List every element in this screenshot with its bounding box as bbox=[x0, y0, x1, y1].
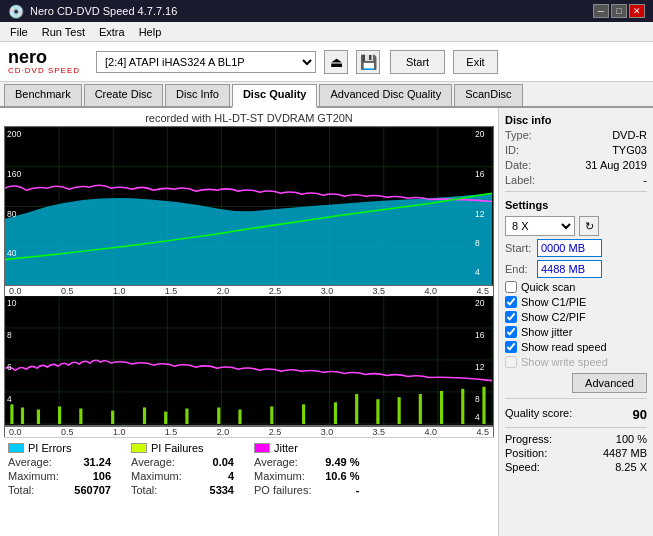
start-row: Start: bbox=[505, 239, 647, 257]
svg-rect-57 bbox=[440, 391, 443, 424]
menu-extra[interactable]: Extra bbox=[93, 24, 131, 40]
maximize-button[interactable]: □ bbox=[611, 4, 627, 18]
show-write-speed-checkbox[interactable] bbox=[505, 356, 517, 368]
position-row: Position: 4487 MB bbox=[505, 447, 647, 459]
progress-row: Progress: 100 % bbox=[505, 433, 647, 445]
title-bar-left: 💿 Nero CD-DVD Speed 4.7.7.16 bbox=[8, 4, 177, 19]
svg-text:6: 6 bbox=[7, 362, 12, 372]
speed-label2: Speed: bbox=[505, 461, 540, 473]
speed-select[interactable]: 8 X bbox=[505, 216, 575, 236]
end-input[interactable] bbox=[537, 260, 602, 278]
pi-failures-max: 4 bbox=[194, 470, 234, 482]
pi-failures-total: 5334 bbox=[194, 484, 234, 496]
svg-rect-54 bbox=[376, 399, 379, 424]
save-button[interactable]: 💾 bbox=[356, 50, 380, 74]
show-jitter-row: Show jitter bbox=[505, 326, 647, 338]
svg-text:200: 200 bbox=[7, 129, 22, 139]
refresh-button[interactable]: ↻ bbox=[579, 216, 599, 236]
label-row: Label: - bbox=[505, 174, 647, 186]
x-label-1: 1.0 bbox=[113, 286, 126, 296]
progress-section: Progress: 100 % Position: 4487 MB Speed:… bbox=[505, 433, 647, 473]
pi-failures-total-label: Total: bbox=[131, 484, 186, 496]
legend-pi-failures: PI Failures Average: 0.04 Maximum: 4 Tot… bbox=[131, 442, 234, 496]
quality-score-label: Quality score: bbox=[505, 407, 572, 422]
drive-select[interactable]: [2:4] ATAPI iHAS324 A BL1P bbox=[96, 51, 316, 73]
svg-text:12: 12 bbox=[475, 362, 485, 372]
menu-file[interactable]: File bbox=[4, 24, 34, 40]
pi-errors-avg-label: Average: bbox=[8, 456, 63, 468]
x2-label-2: 2.0 bbox=[217, 427, 230, 437]
quick-scan-row: Quick scan bbox=[505, 281, 647, 293]
svg-text:4: 4 bbox=[475, 267, 480, 277]
jitter-avg-label: Average: bbox=[254, 456, 309, 468]
start-input[interactable] bbox=[537, 239, 602, 257]
exit-button[interactable]: Exit bbox=[453, 50, 498, 74]
position-label: Position: bbox=[505, 447, 547, 459]
show-c1pie-checkbox[interactable] bbox=[505, 296, 517, 308]
end-row: End: bbox=[505, 260, 647, 278]
svg-rect-52 bbox=[334, 402, 337, 424]
svg-rect-48 bbox=[217, 407, 220, 424]
tab-disc-info[interactable]: Disc Info bbox=[165, 84, 230, 106]
right-panel: Disc info Type: DVD-R ID: TYG03 Date: 31… bbox=[498, 108, 653, 536]
svg-text:16: 16 bbox=[475, 330, 485, 340]
tab-scandisc[interactable]: ScanDisc bbox=[454, 84, 522, 106]
show-c1pie-row: Show C1/PIE bbox=[505, 296, 647, 308]
show-write-speed-row: Show write speed bbox=[505, 356, 647, 368]
x2-label-05: 0.5 bbox=[61, 427, 74, 437]
minimize-button[interactable]: ─ bbox=[593, 4, 609, 18]
po-failures-label: PO failures: bbox=[254, 484, 311, 496]
tab-create-disc[interactable]: Create Disc bbox=[84, 84, 163, 106]
show-read-speed-label: Show read speed bbox=[521, 341, 607, 353]
svg-text:80: 80 bbox=[7, 209, 17, 219]
svg-text:8: 8 bbox=[475, 394, 480, 404]
date-value: 31 Aug 2019 bbox=[585, 159, 647, 171]
main-content: recorded with HL-DT-ST DVDRAM GT20N bbox=[0, 108, 653, 536]
pi-failures-color bbox=[131, 443, 147, 453]
progress-label: Progress: bbox=[505, 433, 552, 445]
pi-errors-avg: 31.24 bbox=[71, 456, 111, 468]
close-button[interactable]: ✕ bbox=[629, 4, 645, 18]
nero-logo-text: nero bbox=[8, 48, 47, 66]
pi-errors-label: PI Errors bbox=[28, 442, 71, 454]
svg-rect-45 bbox=[143, 407, 146, 424]
divider-2 bbox=[505, 398, 647, 399]
svg-text:4: 4 bbox=[475, 412, 480, 422]
show-c2pif-label: Show C2/PIF bbox=[521, 311, 586, 323]
divider-1 bbox=[505, 191, 647, 192]
id-value: TYG03 bbox=[612, 144, 647, 156]
app-title: Nero CD-DVD Speed 4.7.7.16 bbox=[30, 5, 177, 17]
id-row: ID: TYG03 bbox=[505, 144, 647, 156]
x2-label-1: 1.0 bbox=[113, 427, 126, 437]
svg-text:10: 10 bbox=[7, 298, 17, 308]
speed-row: 8 X ↻ bbox=[505, 216, 647, 236]
tab-benchmark[interactable]: Benchmark bbox=[4, 84, 82, 106]
jitter-label: Jitter bbox=[274, 442, 298, 454]
svg-rect-59 bbox=[482, 387, 485, 424]
menu-help[interactable]: Help bbox=[133, 24, 168, 40]
nero-logo-sub: CD·DVD SPEED bbox=[8, 66, 80, 75]
end-label: End: bbox=[505, 263, 533, 275]
show-read-speed-checkbox[interactable] bbox=[505, 341, 517, 353]
svg-text:20: 20 bbox=[475, 298, 485, 308]
show-c2pif-row: Show C2/PIF bbox=[505, 311, 647, 323]
advanced-button[interactable]: Advanced bbox=[572, 373, 647, 393]
quick-scan-checkbox[interactable] bbox=[505, 281, 517, 293]
show-jitter-checkbox[interactable] bbox=[505, 326, 517, 338]
start-button[interactable]: Start bbox=[390, 50, 445, 74]
pi-errors-total: 560707 bbox=[71, 484, 111, 496]
pi-errors-max: 106 bbox=[71, 470, 111, 482]
x-label-0: 0.0 bbox=[9, 286, 22, 296]
svg-rect-43 bbox=[79, 408, 82, 423]
tab-disc-quality[interactable]: Disc Quality bbox=[232, 84, 318, 108]
show-c2pif-checkbox[interactable] bbox=[505, 311, 517, 323]
tab-advanced-disc-quality[interactable]: Advanced Disc Quality bbox=[319, 84, 452, 106]
disc-label-label: Label: bbox=[505, 174, 535, 186]
quality-score-row: Quality score: 90 bbox=[505, 407, 647, 422]
id-label: ID: bbox=[505, 144, 519, 156]
eject-button[interactable]: ⏏ bbox=[324, 50, 348, 74]
legend-jitter: Jitter Average: 9.49 % Maximum: 10.6 % P… bbox=[254, 442, 359, 496]
position-value: 4487 MB bbox=[603, 447, 647, 459]
menu-run-test[interactable]: Run Test bbox=[36, 24, 91, 40]
chart-area: recorded with HL-DT-ST DVDRAM GT20N bbox=[0, 108, 498, 536]
